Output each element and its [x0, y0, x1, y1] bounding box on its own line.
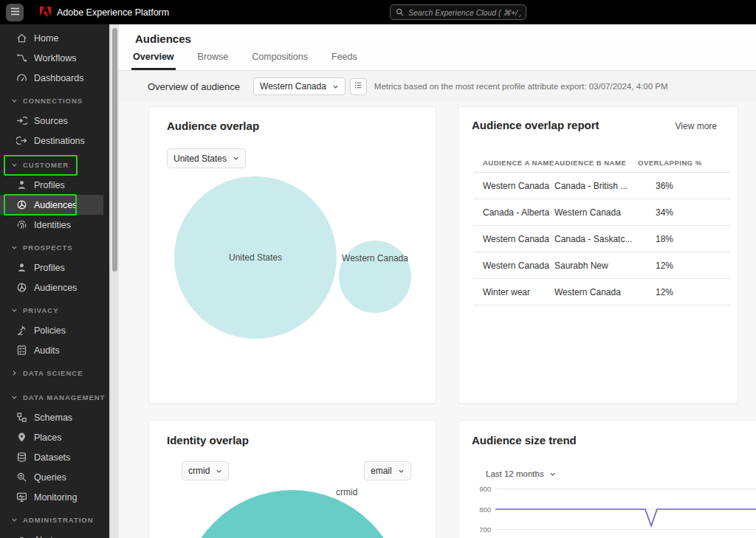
sidebar-section-data-management[interactable]: DATA MANAGEMENT — [0, 387, 109, 407]
sidebar-section-data-science[interactable]: DATA SCIENCE — [0, 363, 109, 383]
sidebar-item-alerts[interactable]: Alerts — [0, 530, 109, 538]
hamburger-icon — [10, 7, 20, 18]
audiences-icon — [16, 199, 27, 210]
sidebar-item-profiles[interactable]: Profiles — [0, 175, 109, 195]
view-more-link[interactable]: View more — [676, 121, 717, 131]
sidebar-item-label: Workflows — [34, 53, 76, 63]
table-row[interactable]: Western CanadaCanada - Saskatc...18% — [473, 226, 730, 252]
identities-icon — [16, 219, 27, 230]
chevron-down-icon — [11, 97, 18, 104]
venn-circle-label: United States — [229, 252, 282, 263]
overlap-report-title: Audience overlap report — [472, 119, 599, 131]
size-trend-title: Audience size trend — [472, 434, 577, 446]
overlap-percent-cell: 34% — [638, 199, 730, 226]
table-row[interactable]: Canada - AlbertaWestern Canada34% — [473, 199, 730, 226]
sidebar-item-label: Identities — [34, 220, 71, 230]
dashboard-grid: Audience overlap United States United St… — [119, 103, 756, 538]
sidebar-section-label: DATA MANAGEMENT — [23, 393, 105, 401]
sidebar-item-dashboards[interactable]: Dashboards — [0, 68, 109, 88]
chevron-right-icon — [11, 370, 18, 376]
overlap-percent-cell: 18% — [638, 226, 730, 252]
audience-a-cell: Western Canada — [473, 252, 554, 279]
tab-compositions[interactable]: Compositions — [250, 47, 309, 70]
sidebar-item-identities[interactable]: Identities — [0, 215, 109, 235]
sidebar-scrollbar[interactable] — [109, 24, 119, 538]
audience-selector-dropdown[interactable]: Western Canada — [253, 77, 346, 95]
sidebar-item-profiles[interactable]: Profiles — [0, 258, 109, 277]
sidebar-section-label: PRIVACY — [23, 306, 59, 314]
audience-a-cell: Canada - Alberta — [473, 199, 554, 226]
queries-icon — [16, 472, 27, 483]
identity-left-dropdown[interactable]: crmid — [182, 461, 229, 480]
sidebar-section-customer[interactable]: CUSTOMER — [0, 155, 109, 175]
table-row[interactable]: Winter wearWestern Canada12% — [473, 279, 730, 306]
time-range-value: Last 12 months — [486, 469, 544, 478]
audience-overlap-card: Audience overlap United States United St… — [148, 106, 436, 404]
destinations-icon — [16, 135, 27, 146]
search-input[interactable] — [408, 8, 520, 17]
sidebar-section-label: DATA SCIENCE — [23, 369, 83, 377]
audiences-icon — [16, 282, 27, 293]
audience-b-cell: Saurabh New — [554, 252, 638, 279]
time-range-dropdown[interactable]: Last 12 months — [486, 469, 556, 478]
sidebar-item-label: Audiences — [34, 200, 77, 210]
sidebar-item-policies[interactable]: Policies — [0, 320, 109, 340]
overlap-percent-cell: 12% — [638, 252, 730, 279]
audience-b-cell: Canada - Saskatc... — [554, 226, 638, 252]
list-view-icon — [354, 80, 363, 92]
sidebar-item-audits[interactable]: Audits — [0, 340, 109, 360]
sidebar-section-label: PROSPECTS — [23, 244, 73, 252]
app-title: Adobe Experience Platform — [57, 7, 169, 18]
sidebar-item-sources[interactable]: Sources — [0, 111, 109, 131]
sidebar-item-home[interactable]: Home — [0, 28, 109, 48]
sidebar-section-privacy[interactable]: PRIVACY — [0, 300, 109, 320]
hamburger-menu-button[interactable] — [6, 4, 24, 21]
sidebar-section-prospects[interactable]: PROSPECTS — [0, 238, 109, 258]
sidebar-item-places[interactable]: Places — [0, 427, 109, 447]
audience-b-cell: Western Canada — [554, 279, 638, 306]
sidebar-section-label: ADMINISTRATION — [23, 516, 94, 524]
left-navigation: HomeWorkflowsDashboardsCONNECTIONSSource… — [0, 24, 109, 538]
workflows-icon — [16, 52, 27, 63]
sidebar-item-label: Datasets — [34, 452, 70, 463]
sidebar-item-monitoring[interactable]: Monitoring — [0, 487, 109, 507]
sidebar-item-schemas[interactable]: Schemas — [0, 407, 109, 427]
tab-browse[interactable]: Browse — [196, 47, 230, 70]
main-content: Audiences OverviewBrowseCompositionsFeed… — [119, 24, 756, 538]
sidebar-item-datasets[interactable]: Datasets — [0, 447, 109, 467]
scrollbar-thumb[interactable] — [112, 28, 117, 272]
sidebar-item-label: Destinations — [34, 136, 85, 146]
chevron-down-icon — [216, 468, 222, 475]
chevron-down-icon — [11, 307, 18, 314]
profiles-icon — [16, 262, 27, 273]
sidebar-section-connections[interactable]: CONNECTIONS — [0, 91, 109, 111]
sidebar-section-administration[interactable]: ADMINISTRATION — [0, 510, 109, 530]
venn-circle-united-states[interactable]: United States — [174, 176, 337, 339]
tab-overview[interactable]: Overview — [131, 47, 176, 70]
brand: Adobe Experience Platform — [40, 6, 169, 19]
sidebar-item-audiences[interactable]: Audiences — [0, 195, 103, 215]
sidebar-item-queries[interactable]: Queries — [0, 467, 109, 487]
global-search[interactable] — [390, 4, 526, 20]
audience-size-trend-card: Audience size trend Last 12 months 90080… — [458, 420, 756, 538]
venn-circle-western-canada[interactable]: Western Canada — [339, 241, 411, 313]
identity-right-dropdown[interactable]: email — [364, 461, 411, 480]
svg-text:900: 900 — [479, 485, 491, 493]
table-row[interactable]: Western CanadaSaurabh New12% — [473, 252, 730, 279]
sidebar-item-destinations[interactable]: Destinations — [0, 131, 109, 151]
table-row[interactable]: Western CanadaCanada - British ...36% — [473, 173, 730, 199]
sidebar-item-label: Home — [34, 33, 58, 44]
datasets-icon — [16, 452, 27, 463]
sidebar-item-audiences[interactable]: Audiences — [0, 277, 109, 297]
tab-feeds[interactable]: Feeds — [330, 47, 359, 70]
audience-selector-value: Western Canada — [260, 81, 326, 92]
chevron-down-icon — [11, 162, 18, 168]
sidebar-item-label: Audiences — [34, 283, 77, 293]
audience-a-cell: Western Canada — [473, 226, 554, 252]
sidebar-section-label: CONNECTIONS — [23, 97, 83, 105]
sidebar-item-workflows[interactable]: Workflows — [0, 48, 109, 68]
chevron-down-icon — [11, 244, 18, 251]
home-icon — [16, 32, 27, 44]
policies-icon — [16, 325, 27, 336]
view-options-button[interactable] — [350, 78, 367, 95]
